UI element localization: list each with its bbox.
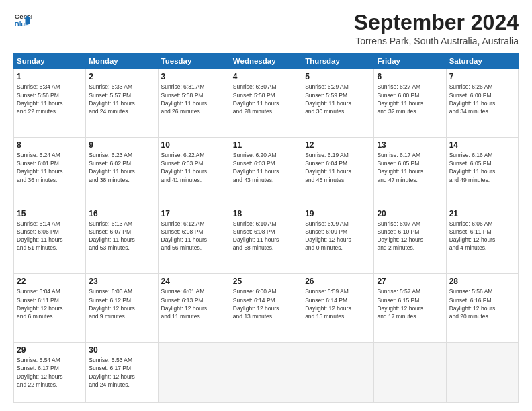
- day-number: 6: [377, 72, 443, 81]
- day-number: 2: [89, 72, 154, 81]
- header: General Blue September 2024 Torrens Park…: [13, 11, 519, 46]
- logo-icon: General Blue: [13, 11, 32, 30]
- calendar-cell: 14Sunrise: 6:16 AMSunset: 6:05 PMDayligh…: [446, 137, 518, 205]
- day-number: 9: [89, 140, 154, 150]
- col-wednesday: Wednesday: [230, 54, 302, 69]
- day-number: 28: [449, 277, 515, 286]
- day-info: Sunrise: 6:33 AMSunset: 5:57 PMDaylight:…: [89, 83, 154, 116]
- calendar-cell: 23Sunrise: 6:03 AMSunset: 6:12 PMDayligh…: [86, 274, 158, 342]
- calendar-cell: 4Sunrise: 6:30 AMSunset: 5:58 PMDaylight…: [230, 69, 302, 138]
- day-info: Sunrise: 6:16 AMSunset: 6:05 PMDaylight:…: [449, 151, 515, 184]
- day-info: Sunrise: 6:24 AMSunset: 6:01 PMDaylight:…: [17, 151, 83, 184]
- calendar-cell: 9Sunrise: 6:23 AMSunset: 6:02 PMDaylight…: [86, 137, 158, 205]
- day-number: 18: [233, 209, 299, 218]
- col-thursday: Thursday: [302, 54, 374, 69]
- month-title: September 2024: [354, 11, 519, 34]
- day-info: Sunrise: 5:57 AMSunset: 6:15 PMDaylight:…: [377, 287, 443, 320]
- location: Torrens Park, South Australia, Australia: [354, 36, 519, 46]
- day-info: Sunrise: 6:30 AMSunset: 5:58 PMDaylight:…: [233, 83, 299, 116]
- calendar-cell: [302, 342, 374, 402]
- day-number: 11: [233, 140, 299, 150]
- day-number: 1: [17, 72, 83, 81]
- calendar-cell: 5Sunrise: 6:29 AMSunset: 5:59 PMDaylight…: [302, 69, 374, 138]
- calendar-cell: 1Sunrise: 6:34 AMSunset: 5:56 PMDaylight…: [14, 69, 86, 138]
- day-info: Sunrise: 6:20 AMSunset: 6:03 PMDaylight:…: [233, 151, 299, 184]
- day-info: Sunrise: 6:22 AMSunset: 6:03 PMDaylight:…: [161, 151, 227, 184]
- week-row-2: 8Sunrise: 6:24 AMSunset: 6:01 PMDaylight…: [14, 137, 519, 205]
- day-info: Sunrise: 5:53 AMSunset: 6:17 PMDaylight:…: [89, 356, 154, 389]
- day-number: 12: [305, 140, 371, 150]
- day-number: 19: [305, 209, 371, 218]
- day-info: Sunrise: 6:01 AMSunset: 6:13 PMDaylight:…: [161, 287, 227, 320]
- calendar-cell: 29Sunrise: 5:54 AMSunset: 6:17 PMDayligh…: [14, 342, 86, 402]
- title-block: September 2024 Torrens Park, South Austr…: [354, 11, 519, 46]
- day-info: Sunrise: 6:17 AMSunset: 6:05 PMDaylight:…: [377, 151, 443, 184]
- day-info: Sunrise: 6:27 AMSunset: 6:00 PMDaylight:…: [377, 83, 443, 116]
- day-info: Sunrise: 6:29 AMSunset: 5:59 PMDaylight:…: [305, 83, 371, 116]
- week-row-1: 1Sunrise: 6:34 AMSunset: 5:56 PMDaylight…: [14, 69, 519, 138]
- calendar-cell: 20Sunrise: 6:07 AMSunset: 6:10 PMDayligh…: [374, 205, 446, 274]
- day-number: 24: [161, 277, 227, 286]
- day-number: 13: [377, 140, 443, 150]
- day-number: 25: [233, 277, 299, 286]
- col-sunday: Sunday: [14, 54, 86, 69]
- day-number: 22: [17, 277, 83, 286]
- day-number: 8: [17, 140, 83, 150]
- day-number: 14: [449, 140, 515, 150]
- calendar-cell: 8Sunrise: 6:24 AMSunset: 6:01 PMDaylight…: [14, 137, 86, 205]
- day-number: 15: [17, 209, 83, 218]
- day-number: 7: [449, 72, 515, 81]
- day-info: Sunrise: 6:07 AMSunset: 6:10 PMDaylight:…: [377, 220, 443, 253]
- day-info: Sunrise: 6:12 AMSunset: 6:08 PMDaylight:…: [161, 220, 227, 253]
- day-info: Sunrise: 6:19 AMSunset: 6:04 PMDaylight:…: [305, 151, 371, 184]
- day-info: Sunrise: 6:10 AMSunset: 6:08 PMDaylight:…: [233, 220, 299, 253]
- week-row-4: 22Sunrise: 6:04 AMSunset: 6:11 PMDayligh…: [14, 274, 519, 342]
- calendar-cell: 17Sunrise: 6:12 AMSunset: 6:08 PMDayligh…: [158, 205, 230, 274]
- calendar-cell: 15Sunrise: 6:14 AMSunset: 6:06 PMDayligh…: [14, 205, 86, 274]
- logo: General Blue: [13, 11, 32, 30]
- day-info: Sunrise: 6:00 AMSunset: 6:14 PMDaylight:…: [233, 287, 299, 320]
- calendar-cell: 25Sunrise: 6:00 AMSunset: 6:14 PMDayligh…: [230, 274, 302, 342]
- day-info: Sunrise: 6:06 AMSunset: 6:11 PMDaylight:…: [449, 220, 515, 253]
- calendar-cell: 3Sunrise: 6:31 AMSunset: 5:58 PMDaylight…: [158, 69, 230, 138]
- day-info: Sunrise: 5:56 AMSunset: 6:16 PMDaylight:…: [449, 287, 515, 320]
- calendar-cell: 6Sunrise: 6:27 AMSunset: 6:00 PMDaylight…: [374, 69, 446, 138]
- day-number: 21: [449, 209, 515, 218]
- col-tuesday: Tuesday: [158, 54, 230, 69]
- day-info: Sunrise: 6:23 AMSunset: 6:02 PMDaylight:…: [89, 151, 154, 184]
- calendar-cell: [446, 342, 518, 402]
- calendar-cell: [374, 342, 446, 402]
- calendar-cell: 27Sunrise: 5:57 AMSunset: 6:15 PMDayligh…: [374, 274, 446, 342]
- day-info: Sunrise: 5:54 AMSunset: 6:17 PMDaylight:…: [17, 356, 83, 389]
- day-number: 17: [161, 209, 227, 218]
- calendar-cell: 12Sunrise: 6:19 AMSunset: 6:04 PMDayligh…: [302, 137, 374, 205]
- col-saturday: Saturday: [446, 54, 518, 69]
- day-number: 16: [89, 209, 154, 218]
- col-monday: Monday: [86, 54, 158, 69]
- col-friday: Friday: [374, 54, 446, 69]
- day-info: Sunrise: 6:26 AMSunset: 6:00 PMDaylight:…: [449, 83, 515, 116]
- calendar-cell: 10Sunrise: 6:22 AMSunset: 6:03 PMDayligh…: [158, 137, 230, 205]
- day-number: 27: [377, 277, 443, 286]
- day-number: 30: [89, 345, 154, 355]
- day-info: Sunrise: 6:04 AMSunset: 6:11 PMDaylight:…: [17, 287, 83, 320]
- calendar-header-row: Sunday Monday Tuesday Wednesday Thursday…: [14, 54, 519, 69]
- day-info: Sunrise: 5:59 AMSunset: 6:14 PMDaylight:…: [305, 287, 371, 320]
- calendar-cell: 16Sunrise: 6:13 AMSunset: 6:07 PMDayligh…: [86, 205, 158, 274]
- day-number: 4: [233, 72, 299, 81]
- calendar-cell: 24Sunrise: 6:01 AMSunset: 6:13 PMDayligh…: [158, 274, 230, 342]
- calendar-table: Sunday Monday Tuesday Wednesday Thursday…: [13, 53, 519, 403]
- calendar-cell: 30Sunrise: 5:53 AMSunset: 6:17 PMDayligh…: [86, 342, 158, 402]
- day-number: 3: [161, 72, 227, 81]
- calendar-cell: [230, 342, 302, 402]
- calendar-cell: 28Sunrise: 5:56 AMSunset: 6:16 PMDayligh…: [446, 274, 518, 342]
- day-info: Sunrise: 6:03 AMSunset: 6:12 PMDaylight:…: [89, 287, 154, 320]
- day-info: Sunrise: 6:09 AMSunset: 6:09 PMDaylight:…: [305, 220, 371, 253]
- calendar-cell: 21Sunrise: 6:06 AMSunset: 6:11 PMDayligh…: [446, 205, 518, 274]
- calendar-cell: 22Sunrise: 6:04 AMSunset: 6:11 PMDayligh…: [14, 274, 86, 342]
- calendar-cell: 13Sunrise: 6:17 AMSunset: 6:05 PMDayligh…: [374, 137, 446, 205]
- day-number: 10: [161, 140, 227, 150]
- calendar-cell: 18Sunrise: 6:10 AMSunset: 6:08 PMDayligh…: [230, 205, 302, 274]
- calendar-cell: 2Sunrise: 6:33 AMSunset: 5:57 PMDaylight…: [86, 69, 158, 138]
- day-info: Sunrise: 6:13 AMSunset: 6:07 PMDaylight:…: [89, 220, 154, 253]
